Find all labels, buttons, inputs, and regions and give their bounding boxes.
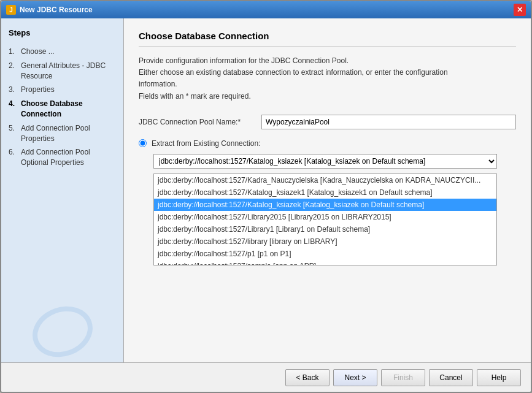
- step-item-3: 3. Properties: [9, 83, 116, 97]
- dropdown-display: jdbc:derby://localhost:1527/Kadra_Nauczy…: [153, 154, 516, 169]
- title-bar-left: J New JDBC Resource: [6, 5, 93, 15]
- extract-radio-label: Extract from Existing Connection:: [152, 139, 260, 148]
- step-item-6: 6. Add Connection Pool Optional Properti…: [9, 145, 116, 170]
- step-number-4: 4.: [9, 99, 21, 109]
- window-title: New JDBC Resource: [20, 6, 93, 14]
- list-item[interactable]: jdbc:derby://localhost:1527/library [lib…: [154, 235, 496, 248]
- help-button[interactable]: Help: [477, 369, 521, 386]
- step-item-4: 4. Choose Database Connection: [9, 97, 116, 121]
- list-item[interactable]: jdbc:derby://localhost:1527/sample [app …: [154, 260, 496, 265]
- step-list: 1. Choose ... 2. General Attributes - JD…: [9, 45, 116, 170]
- list-item[interactable]: jdbc:derby://localhost:1527/Library1 [Li…: [154, 223, 496, 235]
- desc-line4: Fields with an * mark are required.: [139, 92, 251, 101]
- sidebar: Steps 1. Choose ... 2. General Attribute…: [1, 18, 124, 362]
- main-panel: Choose Database Connection Provide confi…: [124, 18, 531, 362]
- pool-name-label: JDBC Connection Pool Name:*: [139, 118, 261, 126]
- finish-button[interactable]: Finish: [381, 369, 425, 386]
- connection-dropdown[interactable]: jdbc:derby://localhost:1527/Kadra_Nauczy…: [153, 154, 497, 169]
- desc-line2: Either choose an existing database conne…: [139, 68, 448, 77]
- desc-line1: Provide configuration information for th…: [139, 56, 349, 65]
- step-label-6: Add Connection Pool Optional Properties: [21, 147, 116, 168]
- step-label-5: Add Connection Pool Properties: [21, 123, 116, 144]
- step-item-2: 2. General Attributes - JDBC Resource: [9, 59, 116, 83]
- next-button[interactable]: Next >: [333, 369, 377, 386]
- window-icon: J: [6, 5, 16, 15]
- list-item[interactable]: jdbc:derby://localhost:1527/p1 [p1 on P1…: [154, 248, 496, 260]
- title-bar: J New JDBC Resource ✕: [1, 1, 531, 18]
- description: Provide configuration information for th…: [139, 55, 516, 102]
- content-area: Steps 1. Choose ... 2. General Attribute…: [1, 18, 531, 362]
- connection-listbox[interactable]: jdbc:derby://localhost:1527/Kadra_Nauczy…: [153, 174, 497, 265]
- step-number-2: 2.: [9, 61, 21, 71]
- extract-radio[interactable]: [139, 139, 147, 147]
- step-item-5: 5. Add Connection Pool Properties: [9, 121, 116, 146]
- step-label-4: Choose Database Connection: [21, 99, 116, 120]
- step-number-5: 5.: [9, 123, 21, 134]
- main-window: J New JDBC Resource ✕ Steps 1. Choose ..…: [0, 0, 532, 393]
- step-number-6: 6.: [9, 147, 21, 158]
- watermark-shape: [25, 298, 99, 362]
- sidebar-watermark: [1, 307, 123, 356]
- sidebar-title: Steps: [9, 28, 116, 37]
- back-button[interactable]: < Back: [285, 369, 330, 386]
- pool-name-row: JDBC Connection Pool Name:*: [139, 115, 516, 129]
- step-label-3: Properties: [21, 85, 116, 95]
- step-item-1: 1. Choose ...: [9, 45, 116, 59]
- extract-radio-row: Extract from Existing Connection:: [139, 139, 516, 148]
- step-label-1: Choose ...: [21, 47, 116, 57]
- desc-line3: information.: [139, 80, 177, 88]
- step-number-3: 3.: [9, 85, 21, 95]
- cancel-button[interactable]: Cancel: [429, 369, 473, 386]
- list-item[interactable]: jdbc:derby://localhost:1527/Katalog_ksia…: [154, 186, 496, 199]
- list-item[interactable]: jdbc:derby://localhost:1527/Library2015 …: [154, 211, 496, 223]
- pool-name-input[interactable]: [261, 115, 516, 129]
- main-title: Choose Database Connection: [139, 31, 516, 47]
- step-label-2: General Attributes - JDBC Resource: [21, 61, 116, 82]
- step-number-1: 1.: [9, 47, 21, 57]
- list-item[interactable]: jdbc:derby://localhost:1527/Kadra_Nauczy…: [154, 174, 496, 186]
- list-item[interactable]: jdbc:derby://localhost:1527/Katalog_ksia…: [154, 199, 496, 211]
- footer: < Back Next > Finish Cancel Help: [1, 362, 531, 392]
- close-button[interactable]: ✕: [514, 4, 526, 16]
